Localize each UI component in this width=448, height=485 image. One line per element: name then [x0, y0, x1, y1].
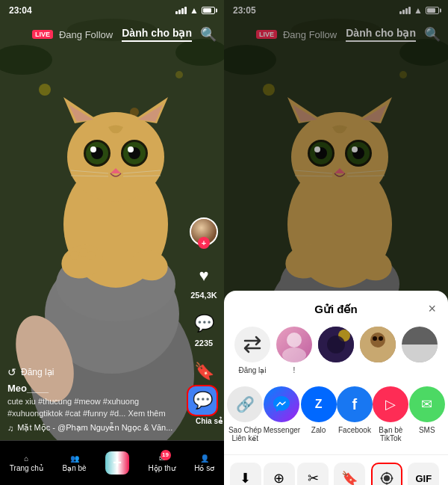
share-action-stitch[interactable]: ✂ Stitch [297, 463, 329, 485]
svg-point-69 [287, 333, 302, 347]
svg-point-76 [373, 336, 377, 341]
search-icon-left[interactable]: 🔍 [200, 26, 217, 43]
share-action-gif[interactable]: GIF Chia sẽ dưới dạng GIF [405, 463, 442, 485]
svg-point-75 [370, 333, 385, 347]
repost-icon [234, 327, 270, 362]
svg-point-2 [175, 71, 183, 78]
repost-row: ↺ Đăng lại [7, 366, 183, 378]
svg-point-83 [380, 478, 382, 480]
comment-icon-left: 💬 [190, 310, 217, 337]
repost-label: Đăng lại [21, 367, 54, 377]
duet-icon: ⊕ [264, 463, 295, 485]
livephoto-icon [371, 463, 402, 485]
nav-home-left[interactable]: ⌂ Trang chủ [10, 454, 43, 472]
danglai-label: Đăng lại [238, 366, 266, 374]
follow-plus-left[interactable]: + [198, 237, 210, 249]
svg-point-24 [128, 146, 134, 152]
friends-label: Bạn bèTikTok [379, 426, 402, 442]
top-nav-left: LIVE Đang Follow Dành cho bạn 🔍 [0, 21, 224, 48]
share-item-zalo[interactable]: Z Zalo [301, 386, 337, 442]
contact1-avatar [276, 327, 312, 362]
status-icons-left: ▲ [175, 5, 215, 16]
share-action-duet[interactable]: ⊕ Duet [264, 463, 295, 485]
share-action-favorite[interactable]: 🔖 Thêm vào Yêu thích [331, 463, 368, 485]
friends-label-left: Bạn bè [63, 464, 87, 472]
inbox-label-left: Hộp thư [149, 464, 175, 472]
share-item-danglai[interactable]: Đăng lại [234, 327, 270, 374]
share-item-facebook[interactable]: f Facebook [337, 386, 373, 442]
share-item-contact3[interactable] [360, 327, 396, 374]
like-count-left: 254,3K [190, 291, 217, 300]
share-action-livephoto[interactable]: Live Photo [371, 463, 403, 485]
dang-follow-left[interactable]: Đang Follow [59, 29, 113, 40]
facebook-label: Facebook [338, 426, 371, 434]
svg-point-82 [385, 483, 388, 485]
share-item-contact4[interactable] [402, 327, 438, 374]
share-modal: Gửi đến × Đăng lại [224, 291, 448, 485]
contact1-label: ! [293, 366, 296, 374]
wifi-icon: ▲ [190, 5, 199, 16]
like-button-left[interactable]: ♥ 254,3K [190, 262, 217, 300]
danh-cho-ban-left[interactable]: Dành cho bạn [122, 27, 192, 42]
save-icon: ⬇ [230, 463, 261, 485]
status-bar-left: 23:04 ▲ [0, 0, 224, 21]
svg-point-77 [379, 336, 383, 341]
svg-point-79 [384, 475, 390, 481]
share-button-left[interactable]: 💬 [187, 385, 218, 416]
nav-add-left[interactable]: + [105, 451, 129, 475]
avatar-container[interactable]: + [190, 217, 218, 246]
heart-icon-left: ♥ [190, 262, 217, 289]
battery-icon [202, 7, 215, 14]
share-item-sms[interactable]: ✉ SMS [409, 386, 445, 442]
share-item-copylink[interactable]: 🔗 Sao ChépLiên kết [227, 386, 263, 442]
caption-left: cute xiu #thucung #meow #xuhuong #xuhuon… [7, 396, 183, 419]
share-row-1: Đăng lại ! [224, 327, 448, 374]
username-left[interactable]: Meo____ [7, 383, 183, 394]
friends-icon-left: 👥 [70, 454, 79, 463]
messenger-share-icon [264, 386, 299, 422]
profile-icon-left: 👤 [200, 454, 209, 463]
bookmark-icon-left: 🔖 [190, 358, 217, 385]
side-actions-left: + ♥ 254,3K 💬 2235 🔖 6218 [190, 217, 218, 395]
share-action-save[interactable]: ⬇ Lưu video [230, 463, 261, 485]
nav-friends-left[interactable]: 👥 Bạn bè [63, 454, 87, 472]
signal-icon [175, 7, 187, 14]
inbox-icon-left: ✉ [159, 454, 165, 463]
sms-label: SMS [419, 426, 435, 434]
share-item-contact1[interactable]: ! [276, 327, 312, 374]
right-panel: 23:05 ▲ LIVE Đang Follow Dành cho bạn 🔍 [224, 0, 448, 485]
svg-point-81 [385, 472, 388, 475]
copylink-label: Sao ChépLiên kết [228, 426, 261, 442]
left-panel: 23:04 ▲ LIVE Đang Follow Dành cho bạn 🔍 [0, 0, 224, 485]
share-item-contact2[interactable] [318, 327, 354, 374]
comment-button-left[interactable]: 💬 2235 [190, 310, 217, 347]
facebook-icon: f [337, 386, 373, 422]
time-left: 23:04 [9, 5, 32, 16]
comment-count-left: 2235 [195, 339, 213, 347]
svg-point-73 [327, 336, 345, 353]
contact4-avatar [402, 327, 438, 362]
zalo-icon: Z [301, 386, 337, 422]
nav-profile-left[interactable]: 👤 Hồ sơ [194, 454, 214, 472]
music-icon-left: ♫ [7, 424, 13, 433]
zalo-label: Zalo [311, 426, 326, 434]
music-row-left: ♫ Mặt Mộc - @Phạm Nguyễn Ngọc & Văn... [7, 423, 183, 433]
share-row-2: 🔗 Sao ChépLiên kết Messenger Z Zalo [224, 386, 448, 442]
svg-point-34 [87, 251, 96, 260]
share-label-left: Chia sẻ [196, 417, 223, 425]
stitch-icon: ✂ [297, 463, 329, 485]
svg-point-70 [282, 347, 306, 362]
copylink-icon: 🔗 [227, 386, 263, 422]
nav-inbox-left[interactable]: ✉ Hộp thư [149, 454, 175, 472]
svg-point-84 [391, 478, 393, 480]
share-item-friends[interactable]: ▷ Bạn bèTikTok [373, 386, 408, 442]
share-item-messenger[interactable]: Messenger [264, 386, 300, 442]
sms-icon: ✉ [409, 386, 445, 422]
home-icon-left: ⌂ [24, 454, 28, 463]
bottom-text-left: ↺ Đăng lại Meo____ cute xiu #thucung #me… [7, 366, 183, 433]
contact2-avatar [318, 327, 354, 362]
svg-point-1 [39, 84, 51, 96]
contact3-avatar [360, 327, 396, 362]
live-badge-left: LIVE [32, 30, 53, 39]
share-modal-close-btn[interactable]: × [428, 301, 436, 317]
